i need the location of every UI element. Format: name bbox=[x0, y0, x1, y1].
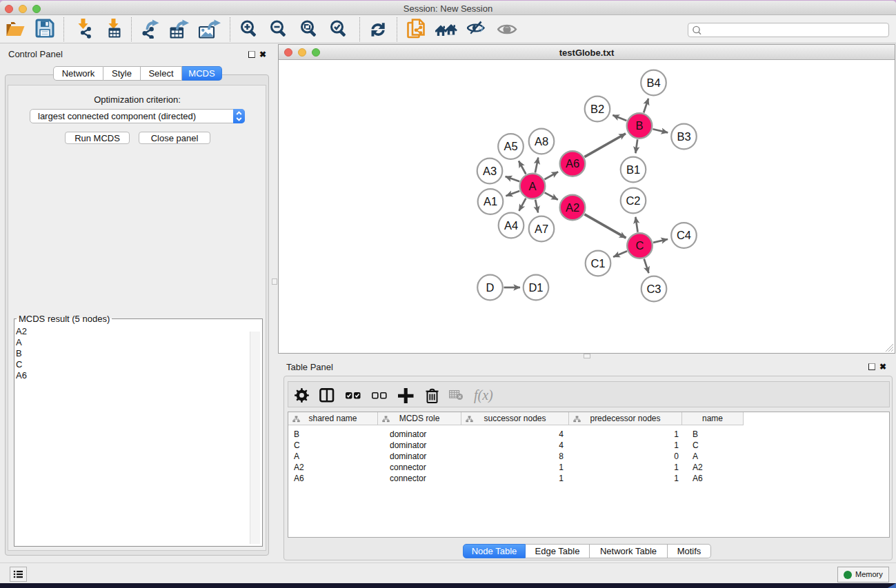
svg-text:D: D bbox=[486, 281, 495, 294]
svg-text:A7: A7 bbox=[535, 223, 548, 235]
svg-text:C4: C4 bbox=[677, 229, 691, 241]
svg-text:B1: B1 bbox=[626, 163, 640, 176]
svg-text:C3: C3 bbox=[646, 283, 661, 295]
svg-text:C: C bbox=[636, 239, 644, 252]
svg-text:A4: A4 bbox=[504, 219, 518, 232]
svg-text:B3: B3 bbox=[677, 130, 690, 143]
svg-text:C1: C1 bbox=[590, 257, 605, 270]
svg-text:A6: A6 bbox=[566, 157, 579, 170]
svg-text:A2: A2 bbox=[566, 201, 579, 214]
svg-text:D1: D1 bbox=[528, 281, 543, 294]
svg-text:C2: C2 bbox=[626, 194, 640, 207]
svg-text:B4: B4 bbox=[646, 77, 660, 89]
svg-text:A: A bbox=[528, 180, 536, 192]
svg-text:A5: A5 bbox=[504, 140, 517, 152]
svg-text:A1: A1 bbox=[484, 195, 497, 207]
svg-text:B: B bbox=[635, 119, 643, 132]
svg-text:A8: A8 bbox=[535, 135, 548, 148]
svg-text:A3: A3 bbox=[483, 165, 497, 177]
svg-text:B2: B2 bbox=[590, 103, 604, 115]
